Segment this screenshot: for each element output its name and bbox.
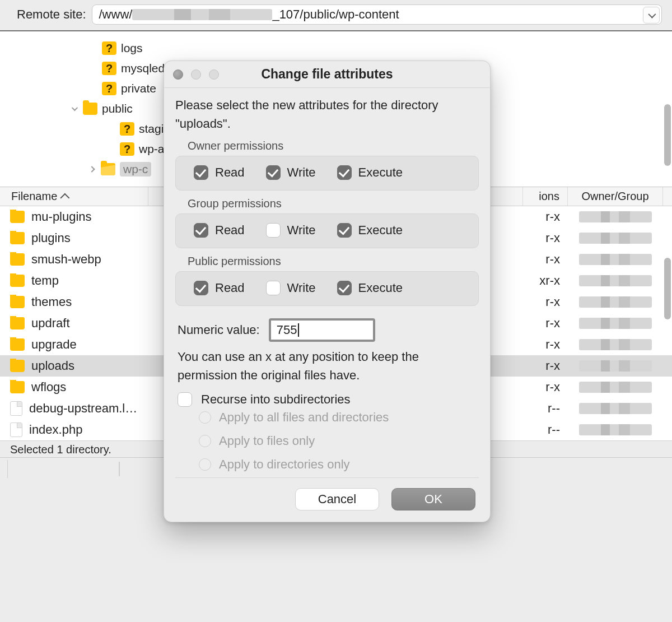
- filename-label: plugins: [31, 231, 71, 245]
- permissions-cell: xr-x: [523, 273, 568, 288]
- remote-path-suffix: _107/public/wp-content: [272, 7, 399, 22]
- read-label: Read: [215, 165, 245, 180]
- window-close-button[interactable]: [173, 69, 183, 80]
- tree-item-label: mysqled: [121, 62, 165, 75]
- radio-icon: [199, 411, 211, 424]
- cancel-button[interactable]: Cancel: [295, 488, 379, 510]
- permissions-cell: r-x: [523, 337, 568, 352]
- permissions-cell: r-x: [523, 295, 568, 309]
- read-checkbox[interactable]: [194, 165, 208, 180]
- execute-label: Execute: [358, 223, 403, 238]
- recurse-label: Recurse into subdirectories: [201, 392, 351, 407]
- write-checkbox-row: Write: [266, 281, 316, 295]
- window-zoom-button[interactable]: [209, 69, 219, 80]
- tree-item-label: stagi: [139, 122, 164, 136]
- chevron-down-icon: [69, 104, 78, 113]
- folder-icon: [10, 360, 25, 372]
- dialog-titlebar: Change file attributes: [164, 61, 490, 88]
- execute-checkbox[interactable]: [337, 281, 352, 295]
- execute-checkbox[interactable]: [337, 165, 352, 180]
- read-label: Read: [215, 281, 245, 295]
- unknown-folder-icon: ?: [102, 82, 116, 95]
- filename-label: wflogs: [31, 380, 66, 394]
- redacted-segment: [132, 9, 272, 20]
- folder-open-icon: [101, 163, 115, 175]
- write-checkbox-row: Write: [266, 223, 316, 238]
- numeric-value-input[interactable]: 755: [269, 318, 375, 342]
- folder-icon: [10, 211, 25, 223]
- tree-item-label: public: [102, 102, 133, 115]
- perm-group-label: Owner permissions: [188, 140, 479, 152]
- owner-cell: [568, 403, 663, 414]
- permissions-cell: r-x: [523, 359, 568, 373]
- execute-checkbox-row: Execute: [337, 223, 403, 238]
- folder-icon: [10, 275, 25, 287]
- unknown-folder-icon: ?: [102, 41, 116, 55]
- filename-label: smush-webp: [31, 252, 101, 267]
- read-checkbox[interactable]: [194, 281, 208, 295]
- chevron-right-icon: [87, 165, 96, 174]
- remote-path-prefix: /www/: [99, 7, 133, 22]
- permissions-cell: r-x: [523, 252, 568, 267]
- numeric-hint: You can use an x at any position to keep…: [178, 347, 479, 384]
- dialog-intro: Please select the new attributes for the…: [175, 96, 479, 133]
- owner-cell: [568, 424, 663, 435]
- read-checkbox-row: Read: [194, 165, 245, 180]
- write-checkbox[interactable]: [266, 281, 281, 295]
- recurse-radio-option: Apply to files only: [199, 434, 479, 448]
- execute-label: Execute: [358, 165, 403, 180]
- folder-icon: [10, 232, 25, 244]
- tree-item-logs[interactable]: ?logs: [0, 38, 672, 58]
- write-checkbox[interactable]: [266, 165, 281, 180]
- execute-checkbox[interactable]: [337, 223, 352, 238]
- write-label: Write: [287, 165, 316, 180]
- owner-cell: [568, 275, 663, 286]
- owner-cell: [568, 382, 663, 393]
- perm-group-label: Public permissions: [188, 255, 479, 268]
- filename-label: temp: [31, 273, 59, 288]
- owner-cell: [568, 254, 663, 265]
- perm-group-box: ReadWriteExecute: [175, 156, 479, 191]
- read-label: Read: [215, 223, 245, 238]
- folder-icon: [10, 338, 25, 351]
- write-checkbox-row: Write: [266, 165, 316, 180]
- header-owner[interactable]: Owner/Group: [568, 187, 663, 206]
- filename-label: mu-plugins: [31, 210, 92, 224]
- permissions-cell: r-x: [523, 231, 568, 245]
- write-label: Write: [287, 281, 316, 295]
- owner-cell: [568, 339, 663, 350]
- remote-site-bar: Remote site: /www/ _107/public/wp-conten…: [0, 0, 672, 31]
- write-checkbox[interactable]: [266, 223, 281, 238]
- filename-label: themes: [31, 295, 72, 309]
- path-dropdown-button[interactable]: [643, 7, 660, 24]
- read-checkbox-row: Read: [194, 223, 245, 238]
- perm-group-box: ReadWriteExecute: [175, 213, 479, 248]
- owner-cell: [568, 360, 663, 372]
- header-filename[interactable]: Filename: [0, 187, 148, 206]
- change-attributes-dialog: Change file attributes Please select the…: [164, 61, 491, 522]
- unknown-folder-icon: ?: [102, 62, 116, 75]
- radio-icon: [199, 458, 211, 471]
- unknown-folder-icon: ?: [120, 142, 134, 156]
- tree-item-label: wp-a: [139, 142, 165, 156]
- folder-icon: [83, 103, 97, 115]
- remote-path-field[interactable]: /www/ _107/public/wp-content: [92, 4, 662, 25]
- folder-icon: [10, 317, 25, 329]
- permissions-cell: r-x: [523, 380, 568, 394]
- filename-label: debug-upstream.l…: [29, 401, 137, 416]
- owner-cell: [568, 233, 663, 244]
- header-permissions[interactable]: ions: [523, 187, 568, 206]
- remote-site-label: Remote site:: [17, 7, 86, 22]
- numeric-value-label: Numeric value:: [178, 323, 260, 337]
- permissions-cell: r-x: [523, 210, 568, 224]
- ok-button[interactable]: OK: [391, 488, 475, 510]
- window-minimize-button[interactable]: [191, 69, 201, 80]
- owner-cell: [568, 296, 663, 308]
- recurse-radio-option: Apply to all files and directories: [199, 410, 479, 425]
- read-checkbox[interactable]: [194, 223, 208, 238]
- folder-icon: [10, 381, 25, 393]
- tree-item-label: private: [121, 82, 156, 95]
- recurse-checkbox[interactable]: [178, 392, 192, 407]
- unknown-folder-icon: ?: [120, 122, 134, 136]
- execute-label: Execute: [358, 281, 403, 295]
